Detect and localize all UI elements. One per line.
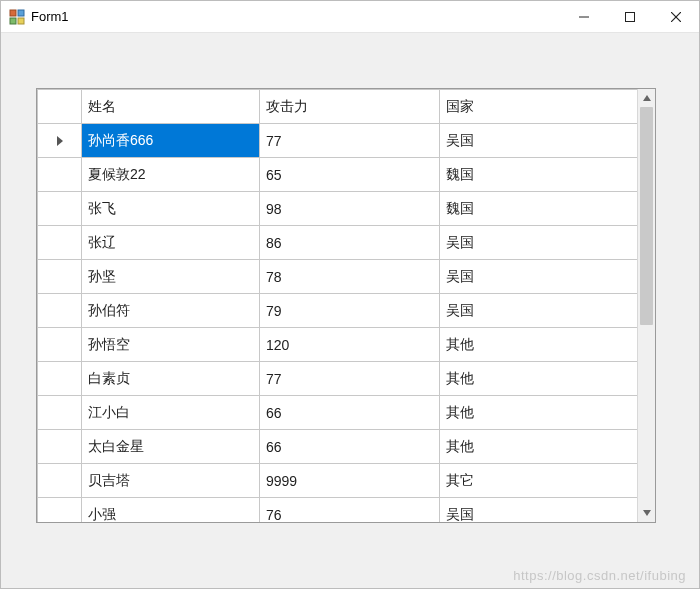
cell-country[interactable]: 其它: [440, 464, 638, 498]
svg-rect-5: [626, 12, 635, 21]
cell-attack[interactable]: 86: [260, 226, 440, 260]
row-header[interactable]: [38, 192, 82, 226]
column-header-country[interactable]: 国家: [440, 90, 638, 124]
scroll-down-button[interactable]: [638, 504, 655, 522]
cell-country[interactable]: 吴国: [440, 294, 638, 328]
cell-name[interactable]: 小强: [82, 498, 260, 523]
row-header[interactable]: [38, 430, 82, 464]
cell-attack[interactable]: 77: [260, 362, 440, 396]
table-row[interactable]: 夏候敦2265魏国: [38, 158, 638, 192]
svg-rect-1: [18, 10, 24, 16]
row-header[interactable]: [38, 124, 82, 158]
cell-name[interactable]: 孙坚: [82, 260, 260, 294]
cell-attack[interactable]: 78: [260, 260, 440, 294]
table-row[interactable]: 小强76吴国: [38, 498, 638, 523]
cell-attack[interactable]: 66: [260, 396, 440, 430]
watermark-text: https://blog.csdn.net/ifubing: [513, 568, 686, 583]
datagridview[interactable]: 姓名 攻击力 国家 孙尚香66677吴国夏候敦2265魏国张飞98魏国张辽86吴…: [36, 88, 656, 523]
cell-attack[interactable]: 120: [260, 328, 440, 362]
cell-country[interactable]: 其他: [440, 328, 638, 362]
row-header[interactable]: [38, 464, 82, 498]
row-header[interactable]: [38, 158, 82, 192]
scroll-thumb[interactable]: [640, 107, 653, 325]
table-row[interactable]: 孙坚78吴国: [38, 260, 638, 294]
table-row[interactable]: 贝吉塔9999其它: [38, 464, 638, 498]
table-row[interactable]: 张飞98魏国: [38, 192, 638, 226]
svg-marker-8: [643, 95, 651, 101]
row-header[interactable]: [38, 294, 82, 328]
row-header[interactable]: [38, 328, 82, 362]
form-icon: [9, 9, 25, 25]
cell-name[interactable]: 江小白: [82, 396, 260, 430]
titlebar[interactable]: Form1: [1, 1, 699, 33]
table-row[interactable]: 孙悟空120其他: [38, 328, 638, 362]
cell-attack[interactable]: 65: [260, 158, 440, 192]
cell-attack[interactable]: 77: [260, 124, 440, 158]
maximize-button[interactable]: [607, 1, 653, 32]
row-header[interactable]: [38, 362, 82, 396]
cell-attack[interactable]: 76: [260, 498, 440, 523]
table-row[interactable]: 张辽86吴国: [38, 226, 638, 260]
cell-country[interactable]: 吴国: [440, 124, 638, 158]
cell-name[interactable]: 白素贞: [82, 362, 260, 396]
cell-attack[interactable]: 98: [260, 192, 440, 226]
row-header-corner[interactable]: [38, 90, 82, 124]
data-grid[interactable]: 姓名 攻击力 国家 孙尚香66677吴国夏候敦2265魏国张飞98魏国张辽86吴…: [37, 89, 637, 522]
table-row[interactable]: 太白金星66其他: [38, 430, 638, 464]
scroll-up-button[interactable]: [638, 89, 655, 107]
svg-marker-9: [643, 510, 651, 516]
window-frame: Form1: [0, 0, 700, 589]
row-header[interactable]: [38, 396, 82, 430]
vertical-scrollbar[interactable]: [637, 89, 655, 522]
cell-country[interactable]: 其他: [440, 362, 638, 396]
table-row[interactable]: 江小白66其他: [38, 396, 638, 430]
svg-rect-3: [18, 18, 24, 24]
cell-name[interactable]: 张辽: [82, 226, 260, 260]
row-selected-indicator-icon: [57, 136, 63, 146]
cell-country[interactable]: 其他: [440, 430, 638, 464]
cell-name[interactable]: 孙尚香666: [82, 124, 260, 158]
cell-name[interactable]: 张飞: [82, 192, 260, 226]
scroll-track[interactable]: [638, 107, 655, 504]
svg-rect-2: [10, 18, 16, 24]
cell-country[interactable]: 魏国: [440, 158, 638, 192]
cell-attack[interactable]: 66: [260, 430, 440, 464]
window-title: Form1: [31, 9, 69, 24]
row-header[interactable]: [38, 498, 82, 523]
cell-country[interactable]: 吴国: [440, 498, 638, 523]
cell-country[interactable]: 吴国: [440, 260, 638, 294]
table-row[interactable]: 孙伯符79吴国: [38, 294, 638, 328]
cell-attack[interactable]: 79: [260, 294, 440, 328]
row-header[interactable]: [38, 260, 82, 294]
close-button[interactable]: [653, 1, 699, 32]
window-controls: [561, 1, 699, 32]
row-header[interactable]: [38, 226, 82, 260]
cell-name[interactable]: 孙悟空: [82, 328, 260, 362]
cell-name[interactable]: 太白金星: [82, 430, 260, 464]
cell-name[interactable]: 贝吉塔: [82, 464, 260, 498]
column-header-attack[interactable]: 攻击力: [260, 90, 440, 124]
cell-name[interactable]: 夏候敦22: [82, 158, 260, 192]
cell-name[interactable]: 孙伯符: [82, 294, 260, 328]
cell-country[interactable]: 吴国: [440, 226, 638, 260]
client-area: 姓名 攻击力 国家 孙尚香66677吴国夏候敦2265魏国张飞98魏国张辽86吴…: [1, 33, 699, 588]
cell-country[interactable]: 其他: [440, 396, 638, 430]
table-row[interactable]: 白素贞77其他: [38, 362, 638, 396]
table-row[interactable]: 孙尚香66677吴国: [38, 124, 638, 158]
column-header-name[interactable]: 姓名: [82, 90, 260, 124]
cell-country[interactable]: 魏国: [440, 192, 638, 226]
cell-attack[interactable]: 9999: [260, 464, 440, 498]
minimize-button[interactable]: [561, 1, 607, 32]
svg-rect-0: [10, 10, 16, 16]
